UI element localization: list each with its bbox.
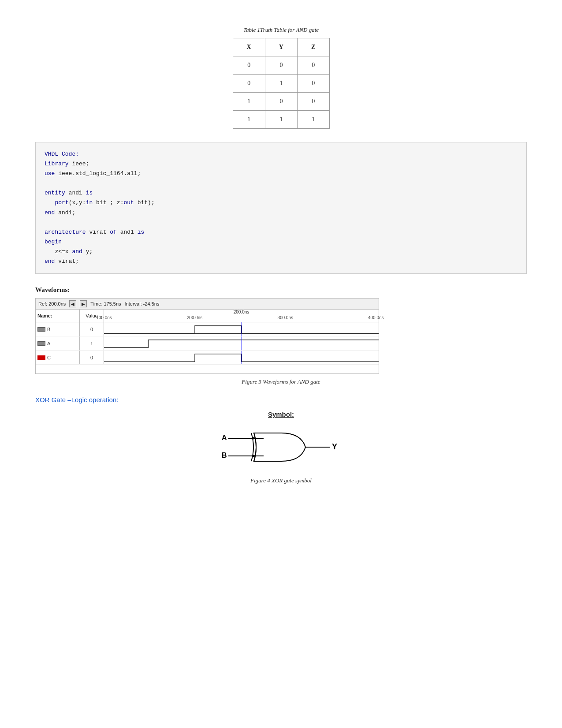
truth-table-cell-r0c1: 0 (265, 56, 297, 75)
signal-area-a (104, 336, 379, 350)
truth-table-section: Table 1Truth Table for AND gate X Y Z 00… (35, 26, 527, 129)
wf-name-header: Name: (36, 310, 80, 322)
waveform-box: Ref: 200.0ns ◀ ▶ Time: 175.5ns Interval:… (35, 298, 379, 374)
signal-row-a: A 1 (36, 336, 379, 351)
wf-timeline-labels-row: Name: Value 200.0ns 100.0ns 200.0ns 300.… (36, 310, 379, 322)
truth-table-cell-r2c0: 1 (233, 93, 265, 111)
symbol-heading: Symbol: (268, 411, 294, 418)
signal-val-b: 0 (80, 322, 104, 336)
signal-area-c (104, 351, 379, 364)
wf-marker-label: 200.0ns (234, 310, 249, 314)
xor-section-label: XOR Gate –Logic operation: (35, 396, 527, 403)
wf-timeline: 200.0ns 100.0ns 200.0ns 300.0ns 400.0ns (104, 310, 379, 322)
signal-val-c: 0 (80, 351, 104, 364)
signal-name-b: B (36, 322, 80, 336)
tick-2: 300.0ns (277, 315, 293, 320)
signal-indicator-b (37, 327, 45, 332)
xor-gate-svg: A B Y (220, 421, 343, 474)
time-value: 175.5ns (104, 301, 121, 306)
truth-table: X Y Z 000010100111 (233, 38, 330, 129)
signal-name-a: A (36, 336, 80, 350)
waveform-figure-caption: Figure 3 Waveforms for AND gate (35, 378, 527, 385)
xor-symbol-wrapper: Symbol: A B Y (220, 411, 343, 474)
truth-table-cell-r2c2: 0 (298, 93, 329, 111)
truth-table-cell-r3c0: 1 (233, 111, 265, 129)
wf-header-row: Ref: 200.0ns ◀ ▶ Time: 175.5ns Interval:… (36, 299, 379, 310)
waveforms-section: Waveforms: Ref: 200.0ns ◀ ▶ Time: 175.5n… (35, 286, 527, 385)
truth-table-cell-r2c1: 0 (265, 93, 297, 111)
interval-label-group: Interval: -24.5ns (125, 301, 160, 306)
truth-table-cell-r3c1: 1 (265, 111, 297, 129)
interval-value: -24.5ns (143, 301, 160, 306)
signal-svg-a (104, 336, 379, 350)
tick-1: 200.0ns (187, 315, 203, 320)
col-header-x: X (233, 38, 265, 56)
ref-label: Ref: (38, 301, 47, 306)
signal-indicator-a (37, 341, 45, 346)
time-label-group: Time: 175.5ns (90, 301, 121, 306)
signal-area-b (104, 322, 379, 336)
tick-0: 100.0ns (96, 315, 112, 320)
signal-svg-b (104, 322, 379, 336)
signal-row-b: B 0 (36, 322, 379, 336)
interval-label: Interval: (125, 301, 142, 306)
svg-text:B: B (222, 452, 227, 459)
col-header-z: Z (298, 38, 329, 56)
signal-indicator-c (37, 355, 45, 360)
svg-text:A: A (222, 434, 227, 441)
signal-val-a: 1 (80, 336, 104, 350)
vhdl-code-block: VHDL Code: Library ieee; use ieee.std_lo… (35, 142, 527, 274)
time-label: Time: (90, 301, 102, 306)
signal-svg-c (104, 351, 379, 364)
nav-right-btn[interactable]: ▶ (80, 300, 87, 307)
truth-table-cell-r3c2: 1 (298, 111, 329, 129)
signal-name-c: C (36, 351, 80, 364)
tick-3: 400.0ns (368, 315, 384, 320)
xor-figure-caption: Figure 4 XOR gate symbol (35, 477, 527, 484)
nav-left-btn[interactable]: ◀ (69, 300, 76, 307)
truth-table-cell-r0c0: 0 (233, 56, 265, 75)
col-header-y: Y (265, 38, 297, 56)
code-label: VHDL Code: (45, 151, 79, 157)
xor-symbol-area: Symbol: A B Y (35, 411, 527, 474)
truth-table-cell-r1c0: 0 (233, 75, 265, 93)
truth-table-cell-r0c2: 0 (298, 56, 329, 75)
svg-text:Y: Y (332, 442, 337, 451)
truth-table-cell-r1c1: 1 (265, 75, 297, 93)
waveforms-label: Waveforms: (35, 286, 527, 294)
truth-table-cell-r1c2: 0 (298, 75, 329, 93)
ref-label-group: Ref: 200.0ns (38, 301, 66, 306)
signal-row-c: C 0 (36, 351, 379, 365)
wf-bottom-pad (36, 365, 379, 373)
table-caption: Table 1Truth Table for AND gate (243, 26, 319, 34)
ref-value: 200.0ns (48, 301, 66, 306)
xor-section: XOR Gate –Logic operation: Symbol: A B (35, 396, 527, 484)
